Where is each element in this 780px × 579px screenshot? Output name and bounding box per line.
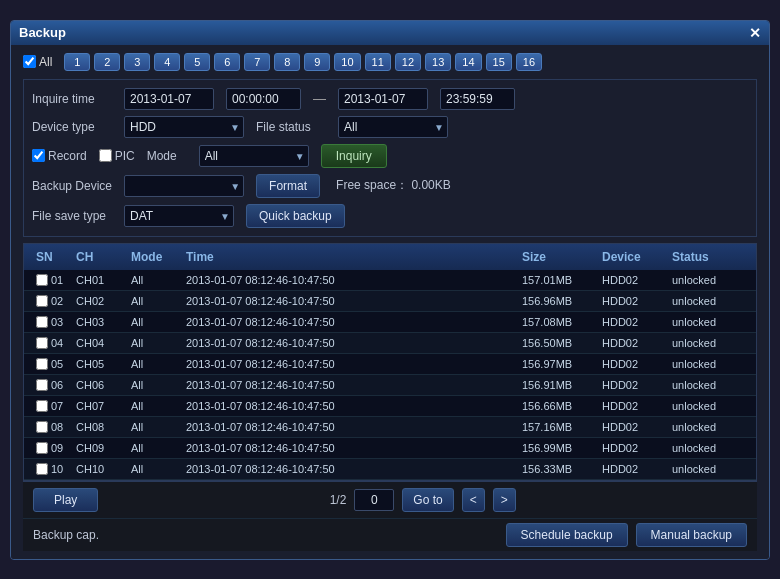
backup-buttons: Schedule backup Manual backup	[506, 523, 747, 547]
row-7-checkbox[interactable]	[36, 400, 48, 412]
td-time: 2013-01-07 08:12:46-10:47:50	[182, 336, 518, 350]
td-sn: 04	[32, 336, 72, 350]
ch-btn-2[interactable]: 2	[94, 53, 120, 71]
table-row: 10 CH10 All 2013-01-07 08:12:46-10:47:50…	[24, 459, 756, 480]
td-device: HDD02	[598, 399, 668, 413]
page-input[interactable]	[354, 489, 394, 511]
td-device: HDD02	[598, 441, 668, 455]
record-checkbox-label[interactable]: Record	[32, 149, 87, 163]
ch-btn-1[interactable]: 1	[64, 53, 90, 71]
all-checkbox-label[interactable]: All	[23, 55, 52, 69]
close-button[interactable]: ✕	[749, 25, 761, 41]
td-device: HDD02	[598, 294, 668, 308]
pic-checkbox[interactable]	[99, 149, 112, 162]
ch-btn-13[interactable]: 13	[425, 53, 451, 71]
file-status-label: File status	[256, 120, 326, 134]
page-info: 1/2	[330, 493, 347, 507]
device-type-label: Device type	[32, 120, 112, 134]
footer-left: Play	[33, 488, 98, 512]
ch-btn-7[interactable]: 7	[244, 53, 270, 71]
quick-backup-button[interactable]: Quick backup	[246, 204, 345, 228]
td-status: unlocked	[668, 378, 748, 392]
file-save-select[interactable]: DAT AVI MP4	[124, 205, 234, 227]
td-ch: CH08	[72, 420, 127, 434]
td-time: 2013-01-07 08:12:46-10:47:50	[182, 273, 518, 287]
th-ch: CH	[72, 248, 127, 266]
table-row: 02 CH02 All 2013-01-07 08:12:46-10:47:50…	[24, 291, 756, 312]
row-5-checkbox[interactable]	[36, 358, 48, 370]
td-status: unlocked	[668, 357, 748, 371]
start-time-input[interactable]	[226, 88, 301, 110]
manual-backup-button[interactable]: Manual backup	[636, 523, 747, 547]
row-6-checkbox[interactable]	[36, 379, 48, 391]
inquiry-button[interactable]: Inquiry	[321, 144, 387, 168]
mode-select[interactable]: All Normal Alarm Motion	[199, 145, 309, 167]
device-type-select[interactable]: HDD USB SD	[124, 116, 244, 138]
td-mode: All	[127, 315, 182, 329]
ch-btn-12[interactable]: 12	[395, 53, 421, 71]
ch-btn-6[interactable]: 6	[214, 53, 240, 71]
table-row: 08 CH08 All 2013-01-07 08:12:46-10:47:50…	[24, 417, 756, 438]
td-time: 2013-01-07 08:12:46-10:47:50	[182, 315, 518, 329]
td-status: unlocked	[668, 462, 748, 476]
td-device: HDD02	[598, 420, 668, 434]
ch-btn-5[interactable]: 5	[184, 53, 210, 71]
td-size: 157.16MB	[518, 420, 598, 434]
backup-window: Backup ✕ All 1 2 3 4 5 6 7 8 9 10 11 12 …	[10, 20, 770, 560]
goto-button[interactable]: Go to	[402, 488, 453, 512]
row-1-checkbox[interactable]	[36, 274, 48, 286]
pic-checkbox-label[interactable]: PIC	[99, 149, 135, 163]
td-ch: CH07	[72, 399, 127, 413]
row-3-checkbox[interactable]	[36, 316, 48, 328]
row-2-checkbox[interactable]	[36, 295, 48, 307]
schedule-backup-button[interactable]: Schedule backup	[506, 523, 628, 547]
backup-device-select[interactable]	[124, 175, 244, 197]
th-status: Status	[668, 248, 748, 266]
td-size: 156.97MB	[518, 357, 598, 371]
all-checkbox[interactable]	[23, 55, 36, 68]
td-time: 2013-01-07 08:12:46-10:47:50	[182, 462, 518, 476]
row-4-checkbox[interactable]	[36, 337, 48, 349]
ch-btn-14[interactable]: 14	[455, 53, 481, 71]
ch-btn-8[interactable]: 8	[274, 53, 300, 71]
td-sn: 06	[32, 378, 72, 392]
td-time: 2013-01-07 08:12:46-10:47:50	[182, 378, 518, 392]
row-9-checkbox[interactable]	[36, 442, 48, 454]
td-size: 156.33MB	[518, 462, 598, 476]
row-10-checkbox[interactable]	[36, 463, 48, 475]
td-device: HDD02	[598, 336, 668, 350]
end-date-input[interactable]	[338, 88, 428, 110]
td-device: HDD02	[598, 357, 668, 371]
table-row: 06 CH06 All 2013-01-07 08:12:46-10:47:50…	[24, 375, 756, 396]
end-time-input[interactable]	[440, 88, 515, 110]
ch-btn-15[interactable]: 15	[486, 53, 512, 71]
ch-btn-9[interactable]: 9	[304, 53, 330, 71]
file-status-select[interactable]: All Locked Unlocked	[338, 116, 448, 138]
row-8-checkbox[interactable]	[36, 421, 48, 433]
play-button[interactable]: Play	[33, 488, 98, 512]
device-type-select-wrap: HDD USB SD ▼	[124, 116, 244, 138]
format-button[interactable]: Format	[256, 174, 320, 198]
next-page-button[interactable]: >	[493, 488, 516, 512]
ch-btn-3[interactable]: 3	[124, 53, 150, 71]
record-checkbox[interactable]	[32, 149, 45, 162]
ch-btn-16[interactable]: 16	[516, 53, 542, 71]
table-row: 04 CH04 All 2013-01-07 08:12:46-10:47:50…	[24, 333, 756, 354]
td-sn: 02	[32, 294, 72, 308]
ch-btn-11[interactable]: 11	[365, 53, 391, 71]
table-row: 03 CH03 All 2013-01-07 08:12:46-10:47:50…	[24, 312, 756, 333]
td-device: HDD02	[598, 462, 668, 476]
td-time: 2013-01-07 08:12:46-10:47:50	[182, 357, 518, 371]
td-ch: CH09	[72, 441, 127, 455]
table-row: 05 CH05 All 2013-01-07 08:12:46-10:47:50…	[24, 354, 756, 375]
td-ch: CH04	[72, 336, 127, 350]
td-sn: 05	[32, 357, 72, 371]
td-size: 156.50MB	[518, 336, 598, 350]
start-date-input[interactable]	[124, 88, 214, 110]
ch-btn-4[interactable]: 4	[154, 53, 180, 71]
prev-page-button[interactable]: <	[462, 488, 485, 512]
td-status: unlocked	[668, 294, 748, 308]
td-device: HDD02	[598, 315, 668, 329]
records-table: SN CH Mode Time Size Device Status 01 CH…	[23, 243, 757, 481]
ch-btn-10[interactable]: 10	[334, 53, 360, 71]
